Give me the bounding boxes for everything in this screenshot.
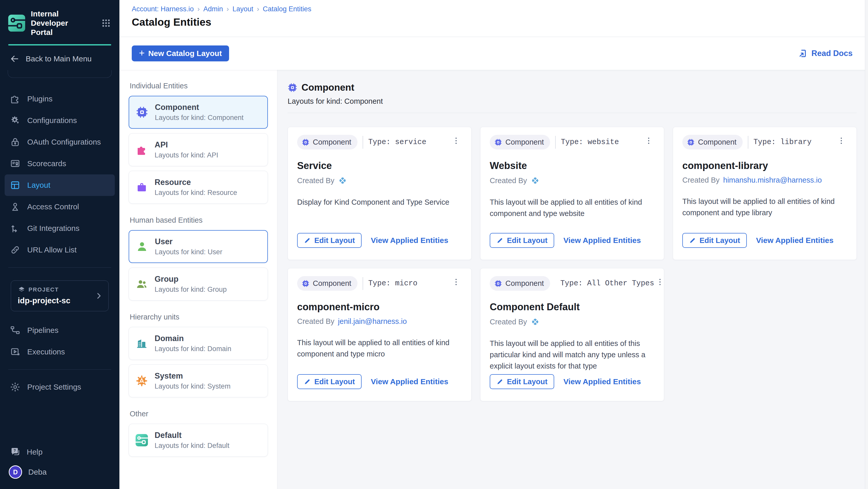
layout-card-component-default: Component Type: All Other Types Componen…	[480, 268, 664, 401]
sidebar-item-oauth-configurations[interactable]: OAuth Configurations	[5, 131, 115, 153]
kind-badge: Component	[297, 135, 358, 150]
card-description: This layout will be applied to all entit…	[682, 196, 847, 218]
sidebar-nav-project: Pipelines Executions	[0, 319, 119, 363]
breadcrumb-separator: ›	[226, 5, 229, 13]
sidebar-item-label: Project Settings	[27, 383, 81, 391]
person-icon	[136, 240, 148, 253]
brand: Internal Developer Portal	[0, 0, 119, 44]
breadcrumb-catalog-entities[interactable]: Catalog Entities	[263, 5, 311, 13]
entity-item-group[interactable]: GroupLayouts for kind: Group	[129, 268, 268, 301]
kebab-icon	[644, 136, 653, 145]
edit-layout-button[interactable]: Edit Layout	[297, 374, 362, 389]
entity-item-component[interactable]: ComponentLayouts for kind: Component	[129, 96, 268, 129]
kind-badge: Component	[682, 135, 743, 150]
sidebar-divider	[8, 369, 111, 370]
sidebar-nav: Plugins Configurations OAuth Configurati…	[0, 88, 119, 261]
view-applied-entities-link[interactable]: View Applied Entities	[371, 377, 448, 386]
entity-item-system[interactable]: SystemLayouts for kind: System	[129, 364, 268, 397]
edit-layout-button[interactable]: Edit Layout	[490, 374, 554, 389]
card-title: Component Default	[490, 302, 655, 312]
created-by-label: Created By	[682, 176, 719, 184]
edit-layout-button[interactable]: Edit Layout	[682, 233, 747, 248]
sidebar-divider	[8, 267, 111, 268]
view-applied-entities-link[interactable]: View Applied Entities	[756, 236, 834, 245]
sidebar-item-plugins[interactable]: Plugins	[5, 88, 115, 110]
view-applied-entities-link[interactable]: View Applied Entities	[371, 236, 448, 245]
sidebar-item-layout[interactable]: Layout	[5, 174, 115, 196]
entity-name: Resource	[155, 178, 237, 187]
breadcrumb-layout[interactable]: Layout	[232, 5, 253, 13]
entity-item-domain[interactable]: DomainLayouts for kind: Domain	[129, 327, 268, 360]
created-by-label: Created By	[297, 177, 334, 185]
new-catalog-layout-button[interactable]: + New Catalog Layout	[132, 45, 229, 61]
breadcrumb-account[interactable]: Account: Harness.io	[132, 5, 194, 13]
card-description: Display for Kind Component and Type Serv…	[297, 196, 462, 208]
entity-item-user[interactable]: UserLayouts for kind: User	[129, 230, 268, 263]
section-hierarchy-units: Hierarchy units DomainLayouts for kind: …	[129, 313, 268, 397]
entity-item-api[interactable]: APILayouts for kind: API	[129, 133, 268, 166]
new-catalog-layout-label: New Catalog Layout	[148, 49, 222, 58]
app-grid-icon[interactable]	[100, 18, 112, 29]
gears-icon	[10, 115, 21, 126]
entity-name: Domain	[155, 334, 231, 343]
entity-item-default[interactable]: DefaultLayouts for kind: Default	[129, 424, 268, 457]
layout-icon	[10, 180, 21, 190]
sidebar-item-url-allow-list[interactable]: URL Allow List	[5, 239, 115, 261]
card-menu-button[interactable]	[450, 135, 462, 147]
sidebar-item-project-settings[interactable]: Project Settings	[5, 376, 115, 398]
kind-title: Component	[302, 82, 354, 93]
read-docs-label: Read Docs	[811, 49, 852, 58]
card-menu-button[interactable]	[450, 276, 462, 289]
project-selector[interactable]: PROJECT idp-project-sc	[11, 280, 108, 311]
card-menu-button[interactable]	[643, 135, 655, 147]
edit-layout-button[interactable]: Edit Layout	[490, 233, 554, 248]
badge-label: Component	[313, 279, 351, 288]
user-menu[interactable]: D Deba	[0, 463, 119, 489]
card-menu-button[interactable]	[654, 276, 666, 289]
entity-item-resource[interactable]: ResourceLayouts for kind: Resource	[129, 171, 268, 204]
page-scrollbar[interactable]	[865, 0, 868, 489]
pencil-icon	[689, 237, 696, 244]
chip-icon	[288, 83, 298, 92]
card-title: component-micro	[297, 302, 462, 312]
view-applied-entities-link[interactable]: View Applied Entities	[563, 236, 641, 245]
creator-email-link[interactable]: himanshu.mishra@harness.io	[723, 176, 822, 184]
badge-label: Component	[505, 138, 544, 146]
brand-title: Internal Developer Portal	[31, 9, 90, 37]
view-applied-entities-link[interactable]: View Applied Entities	[563, 377, 641, 386]
divider	[363, 136, 363, 149]
badge-label: Component	[505, 279, 544, 288]
sidebar-item-git-integrations[interactable]: Git Integrations	[5, 217, 115, 239]
layout-card-component-library: Component Type: library component-librar…	[673, 127, 857, 260]
layout-card-component-micro: Component Type: micro component-micro Cr…	[288, 268, 471, 401]
pencil-icon	[304, 378, 311, 385]
card-title: Website	[490, 160, 655, 171]
sidebar-item-executions[interactable]: Executions	[5, 341, 115, 363]
card-description: This layout will be applied to all entit…	[297, 337, 462, 360]
kind-badge: Component	[297, 276, 358, 291]
puzzle-icon	[135, 144, 148, 156]
sidebar-item-configurations[interactable]: Configurations	[5, 110, 115, 131]
entity-name: Default	[155, 431, 229, 440]
creator-email-link[interactable]: jenil.jain@harness.io	[338, 317, 407, 326]
harness-logo-icon	[135, 434, 148, 446]
sidebar-item-access-control[interactable]: Access Control	[5, 196, 115, 217]
edit-layout-button[interactable]: Edit Layout	[297, 233, 362, 248]
back-to-main-menu[interactable]: Back to Main Menu	[0, 48, 119, 70]
help-button[interactable]: ? Help	[5, 441, 115, 463]
created-by-label: Created By	[490, 177, 527, 185]
type-text: Type: All Other Types	[560, 279, 654, 288]
read-docs-link[interactable]: Read Docs	[798, 48, 852, 59]
sidebar-item-label: Configurations	[27, 116, 77, 125]
card-menu-button[interactable]	[835, 135, 847, 147]
sidebar-item-label: Executions	[27, 347, 65, 356]
entity-name: API	[155, 140, 218, 150]
breadcrumb-admin[interactable]: Admin	[204, 5, 223, 13]
sidebar-item-label: URL Allow List	[27, 246, 76, 254]
sidebar-item-pipelines[interactable]: Pipelines	[5, 319, 115, 341]
main-column: Account: Harness.io › Admin › Layout › C…	[119, 0, 868, 489]
gear-icon	[135, 375, 148, 387]
sidebar-item-scorecards[interactable]: Scorecards	[5, 153, 115, 174]
sidebar: Internal Developer Portal Back to Main M…	[0, 0, 119, 489]
docs-external-icon	[798, 48, 808, 59]
